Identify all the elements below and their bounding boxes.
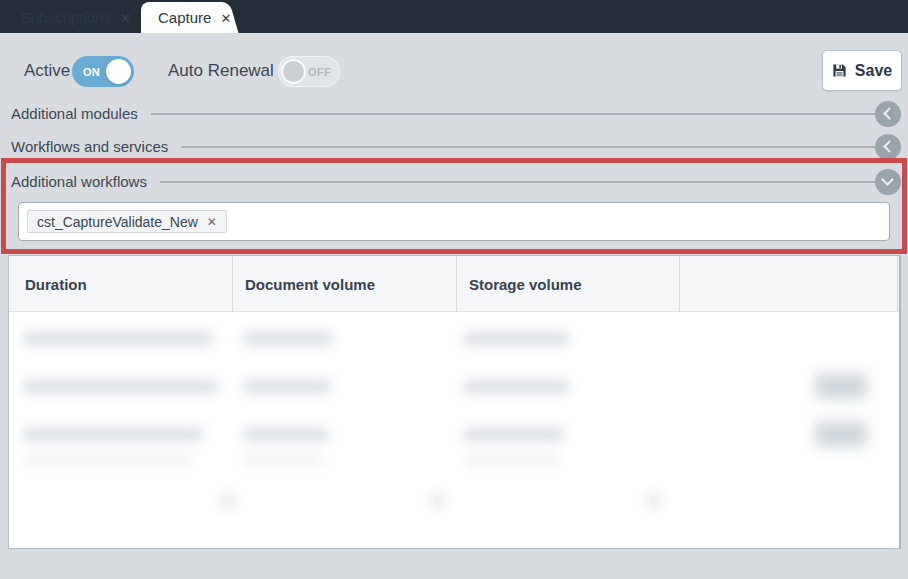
redacted-action-button[interactable] bbox=[815, 373, 867, 399]
redacted-value bbox=[23, 455, 193, 465]
redacted-document-volume-value bbox=[243, 379, 331, 394]
subscription-volumes-table: Duration Document volume Storage volume bbox=[8, 255, 901, 549]
section-divider bbox=[160, 181, 875, 183]
active-toggle[interactable]: ON bbox=[72, 56, 134, 87]
toggle-state-label: ON bbox=[83, 66, 100, 78]
workflow-tag-label: cst_CaptureValidate_New bbox=[37, 214, 198, 230]
save-floppy-icon bbox=[832, 63, 847, 78]
chevron-down-icon bbox=[881, 173, 894, 186]
expand-section-button[interactable] bbox=[875, 101, 901, 127]
section-additional-modules: Additional modules bbox=[0, 100, 908, 127]
close-icon[interactable]: ✕ bbox=[120, 11, 131, 25]
tab-capture[interactable]: Capture ✕ bbox=[141, 2, 223, 33]
redacted-duration-value bbox=[23, 427, 203, 442]
redacted-value bbox=[243, 455, 323, 465]
auto-renewal-label: Auto Renewal bbox=[168, 61, 274, 81]
collapse-section-button[interactable] bbox=[875, 169, 901, 195]
header-scrollbar-gutter bbox=[897, 256, 908, 312]
save-button[interactable]: Save bbox=[822, 50, 902, 91]
remove-tag-icon[interactable]: ✕ bbox=[207, 216, 217, 228]
tab-label: Capture bbox=[158, 9, 211, 26]
section-label: Workflows and services bbox=[11, 138, 168, 155]
redacted-duration-value bbox=[23, 331, 213, 346]
auto-renewal-toggle[interactable]: OFF bbox=[278, 56, 340, 87]
redacted-document-volume-value bbox=[243, 427, 328, 442]
save-button-label: Save bbox=[855, 62, 892, 80]
redacted-smudge bbox=[219, 492, 237, 510]
toggle-knob bbox=[106, 59, 131, 84]
column-header-duration[interactable]: Duration bbox=[9, 256, 232, 312]
section-additional-workflows: Additional workflows bbox=[0, 168, 908, 195]
redacted-storage-volume-value bbox=[464, 331, 569, 346]
chevron-left-icon bbox=[883, 140, 896, 153]
redacted-value bbox=[464, 455, 559, 465]
redacted-action-button[interactable] bbox=[815, 421, 867, 447]
toggle-knob bbox=[281, 59, 306, 84]
active-label: Active bbox=[24, 61, 70, 81]
redacted-storage-volume-value bbox=[464, 379, 569, 394]
column-header-actions bbox=[679, 256, 897, 312]
redacted-storage-volume-value bbox=[464, 427, 564, 442]
table-header-row: Duration Document volume Storage volume bbox=[9, 256, 899, 312]
section-divider bbox=[181, 146, 875, 148]
section-divider bbox=[151, 113, 875, 115]
close-icon[interactable]: ✕ bbox=[220, 11, 231, 25]
additional-workflows-input[interactable]: cst_CaptureValidate_New ✕ bbox=[18, 202, 890, 241]
redacted-smudge bbox=[645, 492, 663, 510]
section-label: Additional workflows bbox=[11, 173, 147, 190]
column-header-storage-volume[interactable]: Storage volume bbox=[456, 256, 679, 312]
redacted-document-volume-value bbox=[243, 331, 333, 346]
expand-section-button[interactable] bbox=[875, 134, 901, 160]
redacted-duration-value bbox=[23, 379, 218, 394]
column-header-document-volume[interactable]: Document volume bbox=[232, 256, 456, 312]
toggle-state-label: OFF bbox=[308, 66, 331, 78]
tab-subscriptions[interactable]: Subscriptions ✕ bbox=[4, 2, 126, 33]
tab-label: Subscriptions bbox=[21, 9, 111, 26]
redacted-smudge bbox=[429, 492, 447, 510]
tab-bar: Subscriptions ✕ Capture ✕ bbox=[0, 0, 908, 33]
chevron-left-icon bbox=[883, 107, 896, 120]
section-label: Additional modules bbox=[11, 105, 138, 122]
workflow-tag-chip: cst_CaptureValidate_New ✕ bbox=[27, 210, 227, 233]
section-workflows-and-services: Workflows and services bbox=[0, 133, 908, 160]
